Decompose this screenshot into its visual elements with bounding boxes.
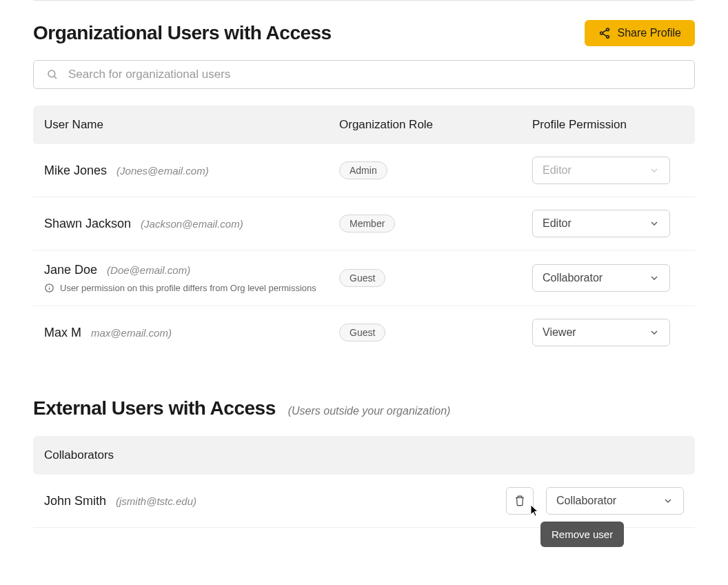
user-email: (jsmith@tstc.edu)	[116, 495, 196, 507]
dropdown-label: Collaborator	[543, 272, 603, 284]
share-icon	[598, 27, 611, 39]
trash-icon	[514, 495, 526, 507]
permission-note-text: User permission on this profile differs …	[60, 283, 316, 293]
chevron-down-icon	[649, 218, 660, 229]
info-icon	[44, 283, 54, 293]
search-icon	[46, 68, 59, 81]
search-input[interactable]	[68, 68, 682, 81]
chevron-down-icon	[649, 327, 660, 338]
permission-note: User permission on this profile differs …	[44, 283, 339, 293]
permission-dropdown[interactable]: Collaborator	[532, 264, 670, 292]
svg-point-0	[606, 28, 609, 31]
svg-point-5	[48, 70, 55, 77]
role-badge: Guest	[339, 269, 385, 287]
table-row: Max M max@email.com) Guest Viewer	[33, 306, 695, 359]
col-profile-permission: Profile Permission	[532, 118, 684, 132]
user-name: John Smith	[44, 494, 106, 508]
divider	[33, 0, 695, 1]
user-email: (Doe@email.com)	[107, 264, 190, 276]
share-profile-button[interactable]: Share Profile	[585, 20, 696, 46]
svg-point-9	[49, 286, 50, 287]
org-section-header: Organizational Users with Access Share P…	[33, 20, 695, 46]
role-badge: Member	[339, 215, 395, 232]
collaborators-header: Collaborators	[33, 436, 695, 475]
external-section-header: External Users with Access (Users outsid…	[33, 397, 695, 419]
user-name: Shawn Jackson	[44, 217, 131, 231]
role-badge: Admin	[339, 161, 387, 179]
col-username: User Name	[44, 118, 339, 132]
table-row: Shawn Jackson (Jackson@email.com) Member…	[33, 197, 695, 250]
dropdown-label: Viewer	[543, 326, 576, 339]
search-input-container[interactable]	[33, 60, 695, 89]
external-section-subtitle: (Users outside your organization)	[288, 405, 451, 417]
org-section-title: Organizational Users with Access	[33, 22, 332, 44]
dropdown-label: Editor	[543, 217, 572, 230]
svg-point-2	[606, 35, 609, 38]
table-row: Jane Doe (Doe@email.com) User permission…	[33, 250, 695, 306]
external-section-title: External Users with Access	[33, 397, 276, 419]
remove-user-button[interactable]	[506, 487, 534, 515]
svg-line-4	[603, 34, 607, 36]
share-button-label: Share Profile	[618, 27, 682, 39]
user-name: Mike Jones	[44, 163, 107, 178]
svg-line-3	[603, 30, 607, 32]
user-name: Max M	[44, 326, 81, 340]
permission-dropdown[interactable]: Collaborator	[546, 487, 684, 515]
dropdown-label: Editor	[543, 164, 572, 177]
dropdown-label: Collaborator	[556, 495, 616, 507]
role-badge: Guest	[339, 324, 385, 341]
org-table-header: User Name Organization Role Profile Perm…	[33, 106, 695, 144]
user-email: (Jackson@email.com)	[141, 218, 243, 230]
user-email: (Jones@email.com)	[117, 165, 209, 177]
svg-point-1	[600, 32, 603, 34]
user-email: max@email.com)	[91, 327, 172, 339]
permission-dropdown[interactable]: Editor	[532, 157, 670, 184]
svg-line-6	[54, 77, 57, 79]
col-org-role: Organization Role	[339, 118, 532, 132]
user-name: Jane Doe	[44, 263, 97, 277]
table-row: Mike Jones (Jones@email.com) Admin Edito…	[33, 144, 695, 197]
permission-dropdown[interactable]: Viewer	[532, 319, 670, 346]
table-row: John Smith (jsmith@tstc.edu) Collaborato…	[33, 475, 695, 528]
chevron-down-icon	[649, 272, 660, 284]
permission-dropdown[interactable]: Editor	[532, 210, 670, 237]
remove-user-tooltip: Remove user	[540, 522, 624, 547]
chevron-down-icon	[649, 165, 660, 176]
chevron-down-icon	[663, 495, 674, 506]
